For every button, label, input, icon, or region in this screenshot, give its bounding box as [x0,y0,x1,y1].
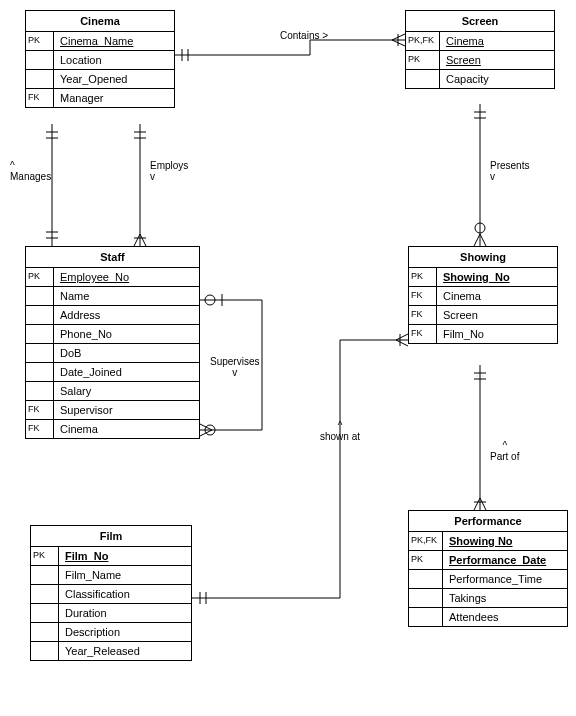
entity-title: Screen [406,11,554,32]
attr-cell: Manager [54,89,174,107]
key-cell: PK [409,551,443,569]
key-cell: FK [409,306,437,324]
attr-cell: Year_Opened [54,70,174,88]
attr-cell: Salary [54,382,199,400]
attr-cell: Performance_Date [443,551,567,569]
svg-line-31 [396,340,408,346]
attr-cell: Showing No [443,532,567,550]
key-cell [26,344,54,362]
key-cell: PK [409,268,437,286]
key-cell [31,604,59,622]
attr-cell: Cinema [437,287,557,305]
svg-line-19 [200,424,212,430]
attr-cell: Cinema [440,32,554,50]
key-cell: FK [409,325,437,343]
key-cell: PK [406,51,440,69]
svg-line-20 [200,430,212,436]
attr-cell: Duration [59,604,191,622]
key-cell: FK [26,401,54,419]
entity-staff: Staff PKEmployee_No Name Address Phone_N… [25,246,200,439]
key-cell: PK,FK [409,532,443,550]
attr-cell: Takings [443,589,567,607]
attr-cell: DoB [54,344,199,362]
key-cell [26,363,54,381]
attr-cell: Phone_No [54,325,199,343]
attr-cell: Film_No [59,547,191,565]
svg-line-4 [392,40,405,46]
key-cell [31,642,59,660]
attr-cell: Attendees [443,608,567,626]
label-presents: Presents v [490,160,529,182]
entity-title: Performance [409,511,567,532]
label-part-of: ^ Part of [490,440,519,462]
entity-cinema: Cinema PKCinema_Name Location Year_Opene… [25,10,175,108]
svg-point-24 [475,223,485,233]
key-cell [26,287,54,305]
attr-cell: Supervisor [54,401,199,419]
key-cell [31,623,59,641]
key-cell [409,589,443,607]
key-cell: PK [26,32,54,50]
attr-cell: Location [54,51,174,69]
attr-cell: Film_Name [59,566,191,584]
key-cell [31,566,59,584]
key-cell [409,570,443,588]
entity-showing: Showing PKShowing_No FKCinema FKScreen F… [408,246,558,344]
svg-point-18 [205,425,215,435]
svg-line-30 [396,334,408,340]
entity-screen: Screen PK,FKCinema PKScreen Capacity [405,10,555,89]
key-cell: PK [31,547,59,565]
attr-cell: Showing_No [437,268,557,286]
key-cell [26,51,54,69]
key-cell: PK,FK [406,32,440,50]
attr-cell: Address [54,306,199,324]
attr-cell: Cinema_Name [54,32,174,50]
entity-performance: Performance PK,FKShowing No PKPerformanc… [408,510,568,627]
attr-cell: Screen [437,306,557,324]
attr-cell: Description [59,623,191,641]
key-cell: FK [26,420,54,438]
key-cell [26,382,54,400]
key-cell [26,306,54,324]
entity-title: Cinema [26,11,174,32]
entity-title: Staff [26,247,199,268]
entity-film: Film PKFilm_No Film_Name Classification … [30,525,192,661]
attr-cell: Film_No [437,325,557,343]
svg-line-37 [480,498,486,510]
attr-cell: Year_Released [59,642,191,660]
svg-line-14 [134,234,140,246]
entity-title: Film [31,526,191,547]
attr-cell: Name [54,287,199,305]
attr-cell: Cinema [54,420,199,438]
svg-point-16 [205,295,215,305]
label-manages: ^ Manages [10,160,51,182]
key-cell: PK [26,268,54,286]
svg-line-36 [474,498,480,510]
svg-line-3 [392,34,405,40]
attr-cell: Screen [440,51,554,69]
attr-cell: Classification [59,585,191,603]
key-cell [26,325,54,343]
label-supervises: Supervises v [210,356,259,378]
key-cell [31,585,59,603]
key-cell: FK [26,89,54,107]
key-cell [406,70,440,88]
svg-line-15 [140,234,146,246]
key-cell [409,608,443,626]
attr-cell: Capacity [440,70,554,88]
svg-line-26 [480,234,486,246]
label-shown-at: ^ shown at [320,420,360,442]
svg-line-25 [474,234,480,246]
label-employs: Employs v [150,160,188,182]
attr-cell: Date_Joined [54,363,199,381]
key-cell [26,70,54,88]
attr-cell: Employee_No [54,268,199,286]
entity-title: Showing [409,247,557,268]
attr-cell: Performance_Time [443,570,567,588]
key-cell: FK [409,287,437,305]
label-contains: Contains > [280,30,328,41]
